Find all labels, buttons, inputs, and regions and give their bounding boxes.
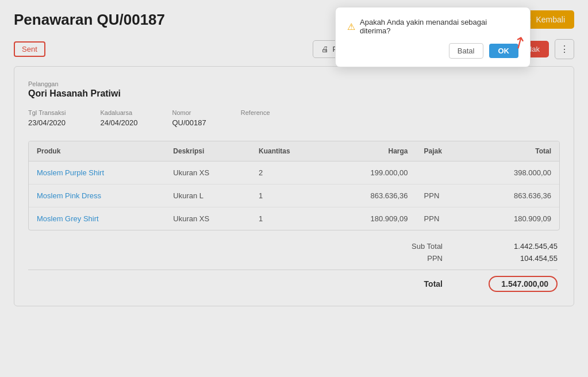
page-container: Penawaran QU/00187 ← Kembali Sent 🖨 Prin… xyxy=(0,0,588,377)
dialog-actions: Batal OK xyxy=(347,43,518,59)
cancel-dialog-button[interactable]: Batal xyxy=(449,43,483,59)
dialog-question-text: Apakah Anda yakin menandai sebagai diter… xyxy=(360,18,518,35)
dialog-question: ⚠ Apakah Anda yakin menandai sebagai dit… xyxy=(347,18,518,35)
warning-icon: ⚠ xyxy=(347,21,355,32)
confirmation-dialog: ⚠ Apakah Anda yakin menandai sebagai dit… xyxy=(335,7,531,67)
